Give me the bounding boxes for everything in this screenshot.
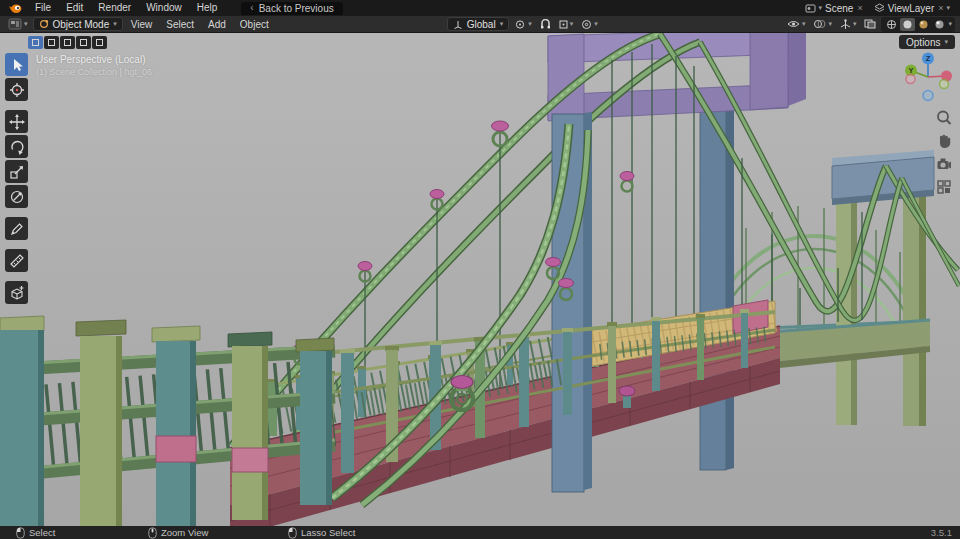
cursor-tool[interactable] — [5, 78, 28, 101]
object-mode-icon — [39, 19, 49, 29]
anchor-knot[interactable] — [451, 376, 473, 411]
shading-material-button[interactable] — [916, 18, 931, 31]
menu-edit[interactable]: Edit — [59, 0, 90, 16]
snap-toggle-button[interactable] — [537, 17, 554, 32]
railing-post[interactable] — [152, 326, 200, 526]
chevron-down-icon: ▾ — [24, 20, 28, 28]
select-box-tool[interactable] — [5, 53, 28, 76]
scale-tool[interactable] — [5, 160, 28, 183]
menu-render[interactable]: Render — [91, 0, 138, 16]
back-to-previous-button[interactable]: ‹ Back to Previous — [241, 2, 342, 15]
gizmo-z-negative[interactable] — [923, 91, 933, 101]
statusbar-lasso-hint: Lasso Select — [288, 526, 355, 539]
topbar: File Edit Render Window Help ‹ Back to P… — [0, 0, 960, 16]
blender-logo-icon[interactable] — [4, 3, 27, 14]
chevron-down-icon: ▾ — [528, 20, 532, 28]
magenta-post-cap — [619, 386, 635, 396]
gizmo-y-negative[interactable] — [940, 80, 949, 89]
select-mode-invert[interactable] — [76, 36, 91, 49]
menu-window[interactable]: Window — [139, 0, 189, 16]
gizmos-dropdown[interactable]: ▾ — [837, 17, 860, 32]
ruler-icon — [9, 253, 25, 269]
blender-version: 3.5.1 — [931, 526, 952, 539]
railing-post[interactable] — [76, 320, 126, 526]
chevron-down-icon: ▾ — [570, 20, 574, 28]
pivot-icon — [514, 19, 526, 30]
chevron-down-icon: ▾ — [594, 20, 598, 28]
mode-dropdown[interactable]: Object Mode ▾ — [33, 17, 123, 31]
viewlayer-remove-icon[interactable]: × — [937, 3, 943, 13]
viewlayer-icon — [874, 3, 885, 13]
viewport-overlay-text: User Perspective (Local) (1) Scene Colle… — [36, 54, 152, 77]
pan-hand-icon[interactable] — [935, 132, 953, 150]
viewlayer-selector[interactable]: ViewLayer × ▾ — [870, 3, 954, 14]
transform-tool[interactable] — [5, 185, 28, 208]
move-tool[interactable] — [5, 110, 28, 133]
shading-rendered-button[interactable] — [932, 18, 947, 31]
select-mode-new[interactable] — [28, 36, 43, 49]
statusbar-zoom-hint: Zoom View — [148, 526, 208, 539]
statusbar-select-hint: Select — [16, 526, 55, 539]
view-name: User Perspective (Local) — [36, 54, 152, 65]
railing-post[interactable] — [0, 316, 44, 526]
tower-far-pillar[interactable] — [700, 104, 734, 470]
menu-object[interactable]: Object — [234, 19, 275, 30]
statusbar: Select Zoom View Lasso Select 3.5.1 — [0, 526, 960, 539]
menu-view[interactable]: View — [125, 19, 159, 30]
xray-toggle[interactable] — [861, 17, 879, 32]
chevron-down-icon: ▾ — [946, 4, 950, 12]
mouse-middle-icon — [148, 527, 157, 539]
scene-selector[interactable]: ▾ Scene × — [801, 3, 867, 14]
proportional-edit-button[interactable]: ▾ — [578, 17, 601, 32]
chevron-down-icon: ▾ — [828, 20, 832, 28]
3d-cursor-icon — [9, 82, 25, 98]
viewlayer-name: ViewLayer — [888, 3, 935, 14]
snapping-dropdown[interactable]: ▾ — [556, 17, 577, 32]
scene-icon — [805, 3, 816, 13]
measure-tool[interactable] — [5, 249, 28, 272]
rotate-tool[interactable] — [5, 135, 28, 158]
shading-wireframe-button[interactable] — [884, 18, 899, 31]
annotate-tool[interactable] — [5, 217, 28, 240]
axis-gizmo[interactable]: Z Y — [902, 49, 954, 105]
visibility-dropdown[interactable]: ▾ — [784, 17, 809, 32]
railing-post[interactable] — [296, 338, 334, 505]
pivot-point-button[interactable]: ▾ — [511, 17, 535, 32]
visibility-icon — [787, 19, 800, 29]
mouse-left-icon — [16, 527, 25, 539]
bridge-3d-scene[interactable] — [0, 33, 960, 526]
add-cube-tool[interactable] — [5, 281, 28, 304]
transform-icon — [9, 189, 25, 205]
chevron-down-icon: ▾ — [819, 4, 823, 12]
shading-solid-button[interactable] — [900, 18, 915, 31]
menu-add[interactable]: Add — [202, 19, 232, 30]
gizmo-z-label: Z — [926, 54, 931, 63]
zoom-tool-icon[interactable] — [935, 109, 953, 127]
magnet-icon — [540, 19, 551, 30]
gizmo-icon — [840, 19, 851, 30]
select-mode-extend[interactable] — [44, 36, 59, 49]
active-collection: (1) Scene Collection | hgt_06 — [36, 67, 152, 77]
overlays-dropdown[interactable]: ▾ — [810, 17, 835, 32]
gizmo-x-negative[interactable] — [906, 75, 915, 84]
scale-icon — [9, 164, 25, 180]
railing-post[interactable] — [228, 332, 272, 520]
options-button[interactable]: Options ▾ — [899, 35, 955, 49]
select-mode-intersect[interactable] — [92, 36, 107, 49]
scene-unlink-icon[interactable]: × — [856, 3, 862, 13]
3d-viewport[interactable]: Options ▾ User Perspective (Local) (1) S… — [0, 33, 960, 526]
camera-view-icon[interactable] — [935, 155, 953, 173]
menu-help[interactable]: Help — [190, 0, 225, 16]
transform-orientation-dropdown[interactable]: Global ▾ — [447, 17, 509, 31]
snap-target-icon — [559, 20, 568, 29]
chevron-down-icon: ▾ — [944, 38, 948, 46]
back-arrow-icon: ‹ — [250, 3, 253, 13]
editor-type-selector[interactable]: ▾ — [5, 17, 31, 32]
pencil-icon — [9, 221, 25, 237]
mouse-left-drag-icon — [288, 527, 297, 539]
overlays-icon — [813, 19, 826, 29]
select-mode-subtract[interactable] — [60, 36, 75, 49]
perspective-toggle-icon[interactable] — [935, 178, 953, 196]
menu-select[interactable]: Select — [160, 19, 200, 30]
menu-file[interactable]: File — [28, 0, 58, 16]
